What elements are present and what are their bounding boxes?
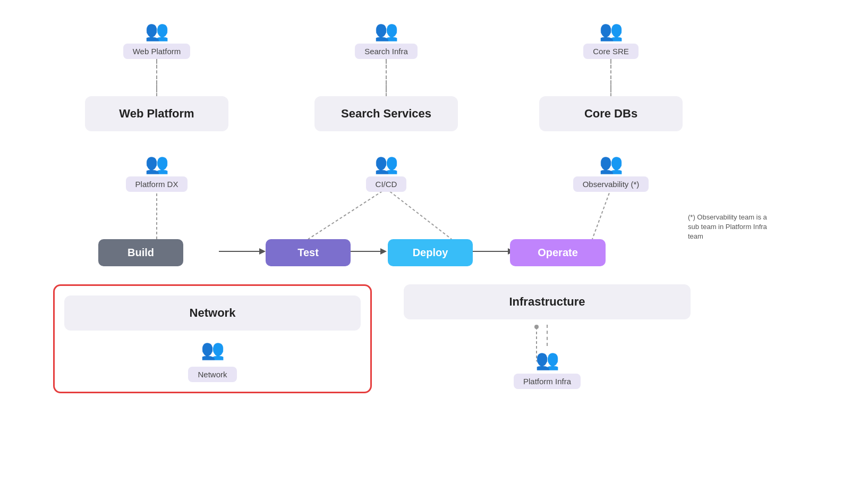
svg-marker-16 [380, 248, 387, 255]
search-services-column: 👥 Search Infra Search Services [314, 21, 458, 131]
deploy-stage: Deploy [388, 239, 473, 266]
search-infra-team-badge: Search Infra [355, 44, 418, 59]
platform-infra-team-icon: 👥 [404, 350, 691, 369]
diagram-container: 👥 Web Platform Web Platform 👥 Search Inf… [0, 0, 868, 490]
network-service-box: Network [64, 295, 361, 331]
network-team-badge: Network [188, 367, 236, 382]
observability-team-badge: Observability (*) [573, 176, 649, 192]
core-sre-team-badge: Core SRE [583, 44, 639, 59]
test-label: Test [266, 239, 351, 266]
svg-line-9 [386, 189, 452, 239]
web-platform-team-icon: 👥 [145, 21, 169, 40]
platform-dx-column: 👥 Platform DX [85, 154, 228, 192]
observability-team-icon: 👥 [599, 154, 623, 173]
observability-note: (*) Observability team is a sub team in … [688, 213, 773, 242]
infrastructure-column: Infrastructure 👥 Platform Infra [404, 284, 691, 389]
web-platform-column: 👥 Web Platform Web Platform [85, 21, 228, 131]
infrastructure-service-box: Infrastructure [404, 284, 691, 319]
platform-infra-team-badge: Platform Infra [514, 374, 581, 389]
operate-label: Operate [510, 239, 606, 266]
svg-line-8 [308, 189, 386, 239]
deploy-label: Deploy [388, 239, 473, 266]
operate-stage: Operate [510, 239, 606, 266]
observability-column: 👥 Observability (*) [539, 154, 683, 192]
svg-marker-14 [259, 248, 266, 255]
network-team-icon: 👥 [201, 340, 225, 359]
core-dbs-column: 👥 Core SRE Core DBs [539, 21, 683, 131]
platform-dx-team-icon: 👥 [145, 154, 169, 173]
test-stage: Test [266, 239, 351, 266]
core-dbs-service-box: Core DBs [539, 96, 683, 131]
build-label: Build [98, 239, 183, 266]
cicd-team-badge: CI/CD [366, 176, 407, 192]
cicd-column: 👥 CI/CD [314, 154, 458, 192]
svg-line-11 [592, 189, 611, 239]
search-services-service-box: Search Services [314, 96, 458, 131]
platform-dx-team-badge: Platform DX [126, 176, 188, 192]
network-highlight-box: Network 👥 Network [53, 284, 372, 393]
search-infra-team-icon: 👥 [375, 21, 398, 40]
cicd-team-icon: 👥 [375, 154, 398, 173]
web-platform-team-badge: Web Platform [123, 44, 191, 59]
build-stage: Build [98, 239, 183, 266]
core-sre-team-icon: 👥 [599, 21, 623, 40]
web-platform-service-box: Web Platform [85, 96, 228, 131]
